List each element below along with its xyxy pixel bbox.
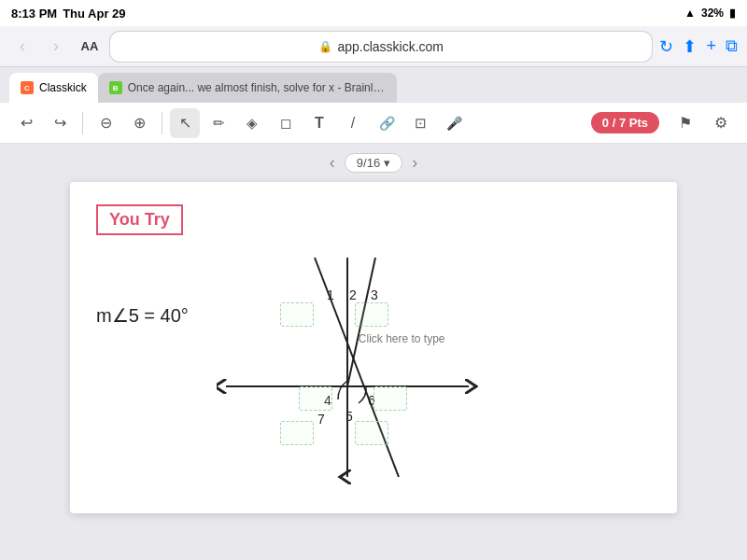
brainly-favicon: B	[109, 81, 122, 94]
link-tool-button[interactable]: 🔗	[372, 108, 402, 138]
undo-button[interactable]: ↩	[11, 108, 41, 138]
answer-box-2[interactable]	[355, 302, 388, 327]
diagram-container: 1 2 3 4 5 6 7	[217, 248, 478, 491]
score-badge: 0 / 7 Pts	[591, 112, 659, 133]
reader-button[interactable]: AA	[77, 34, 103, 60]
toolbar-separator-1	[82, 112, 83, 134]
browser-actions: ↻ ⬆ + ⧉	[659, 36, 738, 57]
back-button[interactable]: ‹	[9, 34, 35, 60]
zoom-in-button[interactable]: ⊕	[124, 108, 154, 138]
link-icon: 🔗	[379, 116, 395, 131]
settings-button[interactable]: ⚙	[706, 108, 736, 138]
audio-tool-button[interactable]: 🎤	[439, 108, 469, 138]
label-2: 2	[349, 287, 357, 302]
eraser-icon: ◻	[280, 115, 291, 132]
flag-button[interactable]: ⚑	[670, 108, 700, 138]
pen-icon: ✏	[213, 115, 225, 132]
pen-tool-button[interactable]: ✏	[204, 108, 233, 138]
tab-classkick-label: Classkick	[39, 81, 87, 94]
lock-icon: 🔒	[318, 40, 332, 53]
answer-box-1[interactable]	[280, 302, 314, 327]
zoom-out-button[interactable]: ⊖	[91, 108, 120, 138]
line-tool-button[interactable]: /	[338, 108, 368, 138]
redo-button[interactable]: ↪	[45, 108, 75, 138]
forward-button[interactable]: ›	[43, 34, 69, 60]
wifi-icon: ▲	[684, 7, 696, 20]
page-content: ‹ 9/16 ▾ › You Try m∠5 = 40°	[0, 144, 747, 560]
status-right: ▲ 32% ▮	[684, 7, 736, 20]
tab-brainly-label: Once again... we almost finish, solve fo…	[128, 81, 386, 94]
geometry-diagram: 1 2 3 4 5 6 7	[217, 248, 478, 491]
tabs-button[interactable]: ⧉	[726, 36, 738, 56]
tab-brainly[interactable]: B Once again... we almost finish, solve …	[98, 73, 397, 103]
share-button[interactable]: ⬆	[683, 36, 697, 57]
text-tool-button[interactable]: T	[304, 108, 334, 138]
toolbar-right-buttons: ⚑ ⚙	[670, 108, 736, 138]
time: 8:13 PM	[11, 7, 57, 21]
reload-button[interactable]: ↻	[659, 36, 673, 57]
label-1: 1	[327, 287, 334, 302]
you-try-badge: You Try	[96, 204, 183, 235]
classkick-favicon: C	[21, 81, 34, 94]
page-nav: ‹ 9/16 ▾ ›	[330, 153, 417, 173]
toolbar-separator-2	[162, 112, 162, 134]
label-5: 5	[345, 409, 353, 424]
highlighter-tool-button[interactable]: ◈	[237, 108, 267, 138]
answer-box-7[interactable]	[280, 421, 314, 445]
select-tool-button[interactable]: ↖	[170, 108, 200, 138]
audio-icon: 🎤	[446, 116, 462, 131]
line-icon: /	[351, 115, 355, 132]
new-tab-button[interactable]: +	[706, 36, 716, 56]
answer-box-5[interactable]	[355, 421, 388, 445]
tab-classkick[interactable]: C Classkick	[9, 73, 98, 103]
answer-box-6[interactable]	[374, 386, 407, 411]
label-3: 3	[371, 287, 378, 302]
url-text: app.classkick.com	[337, 39, 444, 54]
worksheet: You Try m∠5 = 40°	[70, 182, 677, 513]
label-7: 7	[317, 412, 325, 427]
image-tool-button[interactable]: ⊡	[405, 108, 435, 138]
app-toolbar: ↩ ↪ ⊖ ⊕ ↖ ✏ ◈ ◻ T / 🔗 ⊡ 🎤 0 / 7 Pts ⚑ ⚙	[0, 103, 747, 144]
text-icon: T	[315, 115, 324, 132]
prev-page-button[interactable]: ‹	[330, 153, 335, 173]
url-bar[interactable]: 🔒 app.classkick.com	[110, 32, 652, 62]
click-here-label[interactable]: Click here to type	[359, 332, 445, 345]
battery-level: 32%	[701, 7, 724, 20]
browser-bar: ‹ › AA 🔒 app.classkick.com ↻ ⬆ + ⧉	[0, 26, 747, 67]
answer-box-4[interactable]	[299, 386, 332, 411]
chevron-down-icon: ▾	[384, 156, 390, 170]
image-icon: ⊡	[415, 115, 427, 132]
page-number: 9/16	[357, 156, 380, 170]
select-icon: ↖	[179, 114, 191, 132]
problem-area: m∠5 = 40°	[96, 248, 651, 491]
tabs-bar: C Classkick B Once again... we almost fi…	[0, 67, 747, 103]
battery-icon: ▮	[729, 7, 736, 20]
next-page-button[interactable]: ›	[412, 153, 417, 173]
status-bar: 8:13 PM Thu Apr 29 ▲ 32% ▮	[0, 0, 747, 26]
equation: m∠5 = 40°	[96, 304, 189, 327]
highlighter-icon: ◈	[247, 115, 258, 132]
eraser-tool-button[interactable]: ◻	[271, 108, 301, 138]
day: Thu Apr 29	[63, 7, 125, 21]
page-indicator[interactable]: 9/16 ▾	[345, 153, 402, 173]
status-left: 8:13 PM Thu Apr 29	[11, 7, 126, 21]
